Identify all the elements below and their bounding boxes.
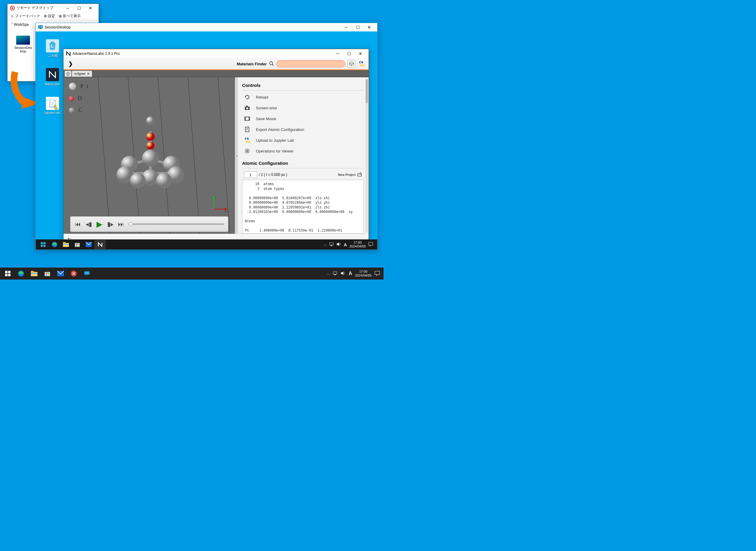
outer-notifications-icon[interactable] [374,271,380,276]
upload-jupyter-button[interactable]: Upload to Jupyter Lab [242,135,364,146]
inner-edge-icon[interactable] [49,240,60,249]
outer-mail-icon[interactable] [54,268,67,279]
nl-minimize-button[interactable]: ─ [332,50,343,57]
rd-maximize-button[interactable]: ☐ [73,4,85,12]
play-button[interactable]: ▶ [96,219,103,229]
jupyter-lab-desktop-icon[interactable]: 📄🐍 jupyter-lab [42,97,63,114]
new-project-button[interactable]: New Project [338,172,362,177]
nl-home-tab[interactable] [65,71,71,77]
skip-start-button[interactable]: ⏮ [75,221,81,228]
atomic-config-heading: Atomic Configuration [242,158,364,168]
rd-app-icon [10,6,15,10]
film-icon [244,115,250,122]
inner-nanolabo-task-icon[interactable] [94,240,106,249]
session-desktop-thumb-icon[interactable] [16,36,30,45]
panel-scrollbar[interactable] [365,78,368,232]
svg-text:z: z [215,196,216,198]
inner-store-icon[interactable] [72,240,83,249]
svg-line-6 [272,64,273,66]
nl-3d-viewer[interactable]: P t O C [63,77,235,234]
recycle-bin-icon[interactable]: ごみ箱 [42,39,63,58]
outer-lang-indicator[interactable]: A [348,271,352,276]
reload-button[interactable]: Reload [242,92,364,102]
nl-tab-close-icon[interactable]: ✕ [87,72,90,76]
outer-remote-task-icon[interactable] [67,268,80,279]
atomic-config-code[interactable]: 10 atoms 3 atom types 0.00000000e+00 5.6… [242,180,364,234]
nl-maximize-button[interactable]: ☐ [343,50,355,57]
outer-clock[interactable]: 17:002024/04/05 [355,269,371,278]
inner-explorer-icon[interactable] [60,240,72,249]
legend-o-icon [69,96,74,101]
rd-tile-button[interactable]: ⊞ 並べて表示 [59,13,81,19]
outer-start-button[interactable] [1,268,14,279]
molecule-render [108,113,198,191]
sd-maximize-button[interactable]: ☐ [352,24,363,31]
nl-python-button[interactable] [358,60,365,68]
slider-knob[interactable] [128,222,133,226]
rd-titlebar[interactable]: リモート デスクトップ ─ ☐ ✕ [7,4,99,12]
rd-settings-button[interactable]: ⚙ 設定 [44,13,55,19]
svg-point-27 [142,150,159,166]
nanolabo-desktop-icon[interactable]: NanoLabo [42,68,63,86]
inner-lang-indicator[interactable]: A [344,242,347,247]
svg-line-8 [98,77,110,234]
outer-tray-chevron-icon[interactable]: ︿ [326,271,330,276]
sd-minimize-button[interactable]: ─ [341,24,352,31]
svg-point-22 [146,116,155,125]
inner-tray-network-icon[interactable] [329,242,334,247]
svg-rect-84 [8,274,10,276]
nl-title: Advance/NanoLabo 2.9.1 Pro [72,52,332,56]
sd-close-button[interactable]: ✕ [363,24,375,31]
export-config-button[interactable]: Export Atomic Configuration [242,124,364,135]
inner-start-button[interactable] [37,240,49,249]
step-back-button[interactable]: ◂▮ [85,220,92,228]
nl-close-button[interactable]: ✕ [355,50,366,57]
inner-notifications-icon[interactable] [368,242,373,247]
svg-rect-99 [333,272,337,274]
step-forward-button[interactable]: ▮▸ [107,220,114,228]
playback-slider[interactable] [128,223,224,225]
outer-edge-icon[interactable] [14,268,28,279]
svg-point-23 [146,132,155,141]
svg-rect-94 [48,274,49,276]
playback-bar: ⏮ ◂▮ ▶ ▮▸ ⏭ [70,216,228,232]
scrollbar-thumb[interactable] [365,79,368,103]
nl-titlebar[interactable]: Advance/NanoLabo 2.9.1 Pro ─ ☐ ✕ [63,49,368,58]
materials-finder-search-input[interactable] [276,60,345,67]
svg-point-5 [270,62,273,65]
frame-total-label: / 2 ( t = 0.000 ps ) [259,172,287,177]
inner-clock[interactable]: 17:002024/04/05 [349,240,366,248]
outer-store-icon[interactable] [41,268,54,279]
operations-viewer-button[interactable]: Operations for Viewer [242,146,364,156]
sd-titlebar[interactable]: SessionDesktop ─ ☐ ✕ [36,23,377,31]
rd-close-button[interactable]: ✕ [85,4,96,12]
inner-tray-chevron-icon[interactable]: ︿ [323,242,327,247]
outer-tray-volume-icon[interactable] [341,271,345,276]
sd-desktop-area[interactable]: ごみ箱 NanoLabo 📄🐍 jupyter-lab Advance/Nano… [36,31,377,249]
inner-tray-volume-icon[interactable] [336,242,341,247]
screenshot-button[interactable]: Screen-shot [242,102,364,113]
svg-point-53 [246,150,248,152]
outer-tray-network-icon[interactable] [333,271,338,276]
inner-mail-icon[interactable] [83,240,94,249]
panel-splitter[interactable]: ◂ [235,77,238,234]
rd-session-label: SessionDes ktop [11,46,35,53]
rd-feedback-button[interactable]: ☺ フィードバック [10,13,40,19]
outer-explorer-icon[interactable] [28,268,41,279]
nl-tab-m3gnet[interactable]: m3gnet✕ [72,71,92,77]
svg-rect-45 [249,117,249,120]
svg-rect-74 [76,245,77,246]
nl-app-icon [66,51,71,56]
search-icon [269,61,274,67]
skip-end-button[interactable]: ⏭ [118,221,124,228]
save-movie-button[interactable]: Save Movie [242,113,364,124]
nl-expand-button[interactable]: ❯ [66,60,75,68]
svg-point-32 [156,173,172,188]
rd-minimize-button[interactable]: ─ [62,4,73,12]
legend-c-icon [69,107,74,113]
nl-cube-button[interactable] [347,60,355,68]
outer-session-task-icon[interactable] [80,268,93,279]
svg-rect-44 [245,117,246,120]
frame-input[interactable] [244,171,257,178]
svg-line-59 [248,152,249,153]
